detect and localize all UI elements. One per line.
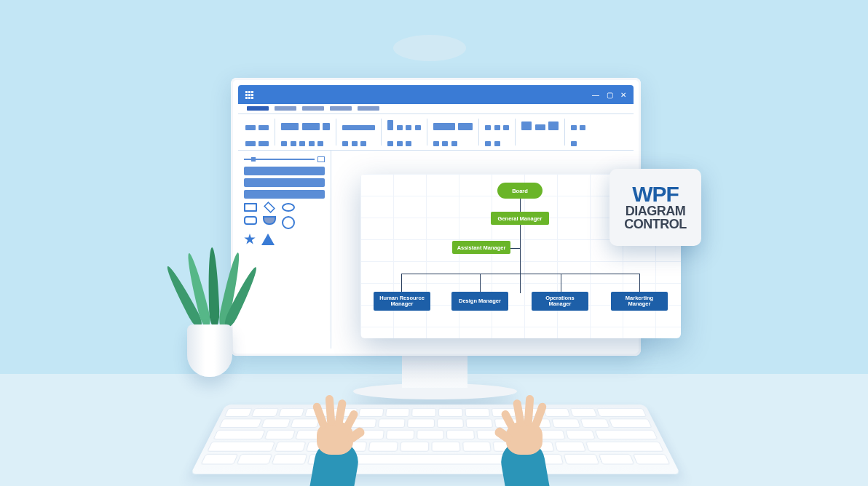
- hand-left: [288, 382, 382, 477]
- palette-section[interactable]: [244, 167, 325, 175]
- palette-section[interactable]: [244, 190, 325, 199]
- ribbon: [238, 114, 634, 151]
- ribbon-group: [484, 119, 516, 146]
- maximize-icon[interactable]: ▢: [607, 91, 613, 99]
- ribbon-button[interactable]: [406, 125, 411, 130]
- zoom-slider[interactable]: [244, 156, 325, 162]
- keyboard: [191, 405, 680, 474]
- ribbon-button[interactable]: [433, 141, 439, 146]
- node-board[interactable]: Board: [497, 183, 542, 199]
- ribbon-button[interactable]: [299, 141, 305, 146]
- ribbon-button[interactable]: [458, 123, 473, 130]
- product-badge: WPF DIAGRAM CONTROL: [609, 169, 701, 246]
- ribbon-button[interactable]: [415, 125, 421, 130]
- ribbon-button[interactable]: [535, 124, 545, 130]
- ribbon-button[interactable]: [323, 123, 330, 130]
- shape-row: [244, 216, 325, 229]
- ribbon-tab[interactable]: [275, 106, 296, 111]
- ribbon-button[interactable]: [291, 141, 296, 146]
- connector: [480, 274, 481, 293]
- ribbon-button[interactable]: [494, 141, 500, 146]
- ribbon-button[interactable]: [281, 123, 299, 130]
- ribbon-button[interactable]: [451, 141, 457, 146]
- ribbon-button[interactable]: [571, 141, 577, 146]
- connector: [401, 274, 402, 293]
- ribbon-button[interactable]: [494, 125, 500, 130]
- ribbon-group: [341, 119, 382, 146]
- node-marketing-manager[interactable]: Markerting Manager: [611, 292, 668, 311]
- ribbon-button[interactable]: [571, 125, 577, 130]
- badge-line-1: WPF: [632, 184, 679, 205]
- ribbon-group: [569, 119, 591, 146]
- shape-circle[interactable]: [282, 216, 295, 229]
- ribbon-group: [386, 119, 427, 146]
- shape-rectangle[interactable]: [244, 203, 257, 212]
- ribbon-button[interactable]: [387, 141, 393, 146]
- connector: [639, 274, 640, 293]
- ribbon-group: [244, 119, 275, 146]
- ribbon-button[interactable]: [397, 125, 403, 130]
- ribbon-button[interactable]: [433, 123, 455, 130]
- ribbon-group: [280, 119, 336, 146]
- shape-star[interactable]: [244, 234, 256, 245]
- shape-tab[interactable]: [263, 216, 276, 225]
- node-design-manager[interactable]: Design Manager: [451, 292, 508, 311]
- connector: [561, 274, 561, 293]
- window-controls: — ▢ ✕: [592, 91, 626, 99]
- connector: [401, 274, 639, 274]
- ribbon-button[interactable]: [281, 141, 287, 146]
- ribbon-tab[interactable]: [330, 106, 352, 111]
- ribbon-group: [520, 119, 565, 146]
- badge-line-2: DIAGRAM: [626, 204, 686, 218]
- node-hr-manager[interactable]: Human Resource Manager: [374, 292, 430, 311]
- close-icon[interactable]: ✕: [620, 91, 626, 99]
- shape-row: [244, 203, 325, 212]
- ribbon-button[interactable]: [580, 125, 585, 130]
- app-logo-icon: [245, 91, 253, 99]
- decorative-cloud: [393, 35, 466, 61]
- ribbon-button[interactable]: [360, 141, 366, 146]
- ribbon-group: [432, 119, 479, 146]
- ribbon-tabs: [238, 104, 634, 114]
- ribbon-button[interactable]: [317, 141, 323, 146]
- node-operations-manager[interactable]: Operations Manager: [532, 292, 588, 311]
- ribbon-button[interactable]: [485, 141, 491, 146]
- ribbon-button[interactable]: [245, 125, 256, 130]
- ribbon-button[interactable]: [342, 141, 348, 146]
- ribbon-button[interactable]: [342, 125, 375, 130]
- ribbon-tab[interactable]: [247, 106, 269, 111]
- ribbon-tab[interactable]: [302, 106, 324, 111]
- shape-rounded[interactable]: [244, 216, 257, 225]
- ribbon-button[interactable]: [397, 141, 403, 146]
- ribbon-button[interactable]: [309, 141, 315, 146]
- ribbon-button[interactable]: [442, 141, 448, 146]
- shape-ellipse[interactable]: [282, 203, 295, 212]
- titlebar: — ▢ ✕: [238, 85, 634, 104]
- ribbon-button[interactable]: [503, 125, 509, 130]
- ribbon-button[interactable]: [387, 120, 393, 130]
- ribbon-button[interactable]: [245, 141, 256, 146]
- ribbon-tab[interactable]: [358, 106, 379, 111]
- ribbon-button[interactable]: [259, 141, 269, 146]
- ribbon-button[interactable]: [406, 141, 411, 146]
- ribbon-button[interactable]: [521, 122, 532, 130]
- shape-triangle[interactable]: [261, 234, 275, 245]
- minimize-icon[interactable]: —: [592, 91, 599, 99]
- ribbon-button[interactable]: [485, 125, 491, 130]
- ribbon-button[interactable]: [302, 123, 320, 130]
- badge-line-3: CONTROL: [624, 218, 687, 231]
- node-general-manager[interactable]: General Manager: [491, 212, 549, 225]
- ribbon-button[interactable]: [259, 125, 269, 130]
- node-assistant-manager[interactable]: Assistant Manager: [452, 241, 510, 254]
- shape-diamond[interactable]: [264, 202, 275, 213]
- ribbon-button[interactable]: [548, 122, 559, 130]
- monitor-stand: [402, 355, 467, 388]
- ribbon-button[interactable]: [352, 141, 358, 146]
- palette-section[interactable]: [244, 178, 325, 187]
- hand-right: [477, 382, 572, 477]
- shape-row: [244, 234, 325, 245]
- shapes-palette: [238, 151, 331, 348]
